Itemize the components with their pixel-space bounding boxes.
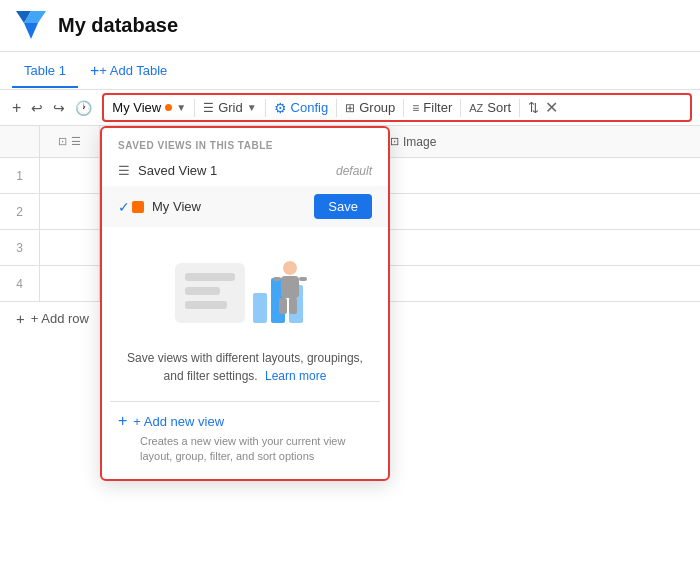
svg-rect-12 <box>279 298 287 314</box>
svg-point-10 <box>283 261 297 275</box>
toolbar-divider1 <box>194 99 195 117</box>
close-toolbar-icon[interactable]: ✕ <box>545 98 558 117</box>
plus-row-icon[interactable]: + <box>8 95 25 121</box>
view-name-myview: My View <box>152 199 314 214</box>
hamburger-icon: ☰ <box>203 101 214 115</box>
add-table-btn[interactable]: + + Add Table <box>78 56 179 86</box>
add-new-view-btn[interactable]: + + Add new view <box>118 412 372 430</box>
gear-icon: ⚙ <box>274 100 287 116</box>
row-expand-1[interactable] <box>40 158 100 193</box>
add-view-description: Creates a new view with your current vie… <box>118 434 372 465</box>
illustration-svg <box>165 243 325 343</box>
sort-az-icon: AZ <box>469 102 483 114</box>
app-header: My database <box>0 0 700 52</box>
row-image-2 <box>380 194 700 229</box>
filter-icon: ≡ <box>412 101 419 115</box>
view-dropdown-icon[interactable]: ▼ <box>176 102 186 113</box>
config-label[interactable]: Config <box>291 100 329 115</box>
history-icon[interactable]: 🕐 <box>71 96 96 120</box>
expand-icon: ⊡ <box>58 135 67 148</box>
grid-dropdown-icon[interactable]: ▼ <box>247 102 257 113</box>
app-logo <box>16 11 46 41</box>
view-color-dot <box>132 201 144 213</box>
app-title: My database <box>58 14 178 37</box>
col-header-rownums <box>0 126 40 157</box>
sort-label[interactable]: Sort <box>487 100 511 115</box>
svg-rect-14 <box>273 277 281 281</box>
row-image-3 <box>380 230 700 265</box>
collapse-icon: ☰ <box>71 135 81 148</box>
row-num-4: 4 <box>0 266 40 301</box>
add-row-icon: + <box>16 310 25 327</box>
illustration-area: Save views with different layouts, group… <box>102 227 388 401</box>
main-area: ⊡ ☰ T Name ⊙ Status ⊡ Image 1 Item 1 Not… <box>0 126 700 555</box>
view-name-saved1: Saved View 1 <box>138 163 336 178</box>
orange-dot <box>165 104 172 111</box>
col-header-image: ⊡ Image <box>380 126 700 157</box>
view-check-icon: ✓ <box>118 199 130 215</box>
image-col-label: Image <box>403 135 436 149</box>
redo-icon[interactable]: ↪ <box>49 96 69 120</box>
svg-rect-7 <box>253 293 267 323</box>
svg-rect-15 <box>299 277 307 281</box>
svg-rect-5 <box>185 287 220 295</box>
views-dropdown-panel: SAVED VIEWS IN THIS TABLE ☰ Saved View 1… <box>100 126 390 481</box>
add-view-label: + Add new view <box>133 414 224 429</box>
undo-icon[interactable]: ↩ <box>27 96 47 120</box>
toolbar-divider6 <box>519 99 520 117</box>
view-default-tag: default <box>336 164 372 178</box>
row-num-2: 2 <box>0 194 40 229</box>
add-table-label: + Add Table <box>99 63 167 78</box>
group-label[interactable]: Group <box>359 100 395 115</box>
svg-rect-4 <box>185 273 235 281</box>
tune-icon[interactable]: ⇅ <box>528 100 539 115</box>
svg-rect-13 <box>289 298 297 314</box>
view-name-label: My View <box>112 100 161 115</box>
svg-marker-2 <box>24 23 38 39</box>
view-hamburger-icon: ☰ <box>118 163 130 178</box>
plus-icon: + <box>90 62 99 80</box>
secondary-toolbar: + ↩ ↪ 🕐 My View ▼ ☰ Grid ▼ ⚙ Config ⊞ Gr… <box>0 90 700 126</box>
row-expand-2[interactable] <box>40 194 100 229</box>
row-expand-4[interactable] <box>40 266 100 301</box>
grid-label[interactable]: Grid <box>218 100 243 115</box>
add-row-label: + Add row <box>31 311 89 326</box>
toolbar-divider2 <box>265 99 266 117</box>
row-expand-3[interactable] <box>40 230 100 265</box>
illustration-text: Save views with different layouts, group… <box>118 349 372 385</box>
tab-bar: Table 1 + + Add Table <box>0 52 700 90</box>
col-header-actions: ⊡ ☰ <box>40 126 100 157</box>
plus-add-view-icon: + <box>118 412 127 430</box>
view-item-saved1[interactable]: ☰ Saved View 1 default <box>102 155 388 186</box>
view-toolbar: My View ▼ ☰ Grid ▼ ⚙ Config ⊞ Group ≡ Fi… <box>102 93 692 122</box>
toolbar-divider4 <box>403 99 404 117</box>
toolbar-divider5 <box>460 99 461 117</box>
row-num-3: 3 <box>0 230 40 265</box>
learn-more-link[interactable]: Learn more <box>265 369 326 383</box>
filter-label[interactable]: Filter <box>423 100 452 115</box>
group-icon: ⊞ <box>345 101 355 115</box>
add-view-section: + + Add new view Creates a new view with… <box>102 402 388 479</box>
toolbar-divider3 <box>336 99 337 117</box>
views-section-title: SAVED VIEWS IN THIS TABLE <box>102 128 388 155</box>
svg-rect-6 <box>185 301 227 309</box>
row-image-4 <box>380 266 700 301</box>
save-view-button[interactable]: Save <box>314 194 372 219</box>
row-num-1: 1 <box>0 158 40 193</box>
tab-table1[interactable]: Table 1 <box>12 55 78 88</box>
svg-rect-11 <box>281 276 299 298</box>
row-image-1 <box>380 158 700 193</box>
view-item-myview[interactable]: ✓ My View Save <box>102 186 388 227</box>
image-col-icon: ⊡ <box>390 135 399 148</box>
